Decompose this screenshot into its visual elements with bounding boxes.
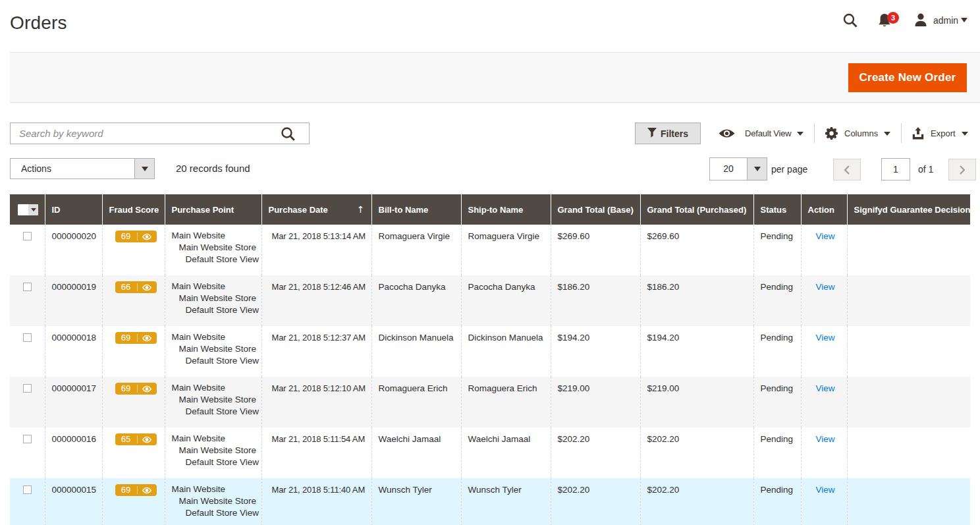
fraud-score-eye-icon[interactable] [138, 436, 157, 443]
chevron-left-icon [844, 165, 850, 175]
filters-button-label: Filters [661, 128, 688, 139]
fraud-score-eye-icon[interactable] [138, 335, 157, 342]
purchase-point-store-view: Default Store View [172, 304, 258, 316]
fraud-score-cell: 69 [102, 478, 165, 525]
user-menu-caret-icon[interactable] [961, 18, 967, 22]
records-found-text: 20 records found [176, 158, 250, 179]
view-switcher-control[interactable]: Default View [719, 123, 803, 144]
chevron-right-icon [960, 165, 966, 175]
global-search-icon[interactable] [842, 13, 858, 28]
notifications-count-badge[interactable]: 3 [887, 12, 899, 24]
fraud-score-badge[interactable]: 69 [115, 383, 157, 395]
signifyd-decision-cell [847, 478, 970, 525]
actions-select[interactable]: Actions [10, 158, 155, 179]
purchase-date-cell: Mar 21, 2018 5:12:46 AM [261, 275, 371, 326]
ship-to-name-cell: Waelchi Jamaal [461, 428, 551, 478]
column-header-grand-total-purchased-[interactable]: Grand Total (Purchased) [640, 194, 753, 225]
fraud-score-eye-icon[interactable] [138, 284, 157, 291]
column-header-purchase-point[interactable]: Purchase Point [165, 194, 261, 225]
signifyd-decision-cell [847, 326, 970, 377]
column-header-label: Purchase Point [172, 205, 234, 215]
fraud-score-badge[interactable]: 66 [115, 281, 157, 293]
keyword-search-submit-icon[interactable] [279, 126, 296, 142]
column-header-bill-to-name[interactable]: Bill-to Name [371, 194, 461, 225]
next-page-button[interactable] [948, 159, 976, 180]
select-all-checkbox[interactable] [18, 204, 28, 215]
row-checkbox[interactable] [23, 333, 32, 342]
create-new-order-button[interactable]: Create New Order [848, 63, 967, 92]
page-actions-bar: Create New Order [10, 52, 980, 103]
user-avatar-icon[interactable] [913, 13, 928, 27]
purchase-point-store: Main Website Store [172, 495, 258, 507]
caret-down-icon [142, 167, 148, 171]
column-header-label: Fraud Score [109, 205, 159, 215]
order-row[interactable]: 000000018 69 Main Website Main Website S… [10, 326, 970, 377]
ship-to-name-cell: Dickinson Manuela [461, 326, 551, 377]
select-all-dropdown[interactable] [18, 204, 38, 215]
status-cell: Pending [753, 478, 801, 525]
fraud-score-badge[interactable]: 69 [115, 231, 157, 242]
columns-control-label: Columns [844, 128, 878, 138]
fraud-score-badge[interactable]: 69 [115, 332, 157, 344]
column-header-purchase-date[interactable]: Purchase Date↑ [261, 194, 371, 225]
filters-button[interactable]: Filters [635, 123, 701, 144]
page-size-caret-box [747, 158, 767, 180]
page-size-select[interactable]: 20 [709, 157, 767, 180]
view-order-link[interactable]: View [815, 231, 834, 241]
column-header-ship-to-name[interactable]: Ship-to Name [461, 194, 551, 225]
column-header-signifyd-guarantee-decision[interactable]: Signifyd Guarantee Decision [847, 194, 970, 225]
view-order-link[interactable]: View [815, 383, 834, 393]
export-control-caret-icon [962, 132, 968, 136]
column-header-grand-total-base-[interactable]: Grand Total (Base) [551, 194, 640, 225]
view-order-link[interactable]: View [815, 333, 834, 343]
row-checkbox[interactable] [23, 485, 32, 494]
filter-funnel-icon [647, 128, 657, 138]
export-icon [912, 127, 924, 140]
order-row[interactable]: 000000016 65 Main Website Main Website S… [10, 428, 970, 478]
purchase-point-cell: Main Website Main Website Store Default … [165, 225, 261, 275]
order-row[interactable]: 000000019 66 Main Website Main Website S… [10, 275, 970, 326]
purchase-date-cell: Mar 21, 2018 5:11:54 AM [261, 428, 371, 478]
order-row[interactable]: 000000020 69 Main Website Main Website S… [10, 225, 970, 275]
view-order-link[interactable]: View [815, 282, 834, 292]
view-order-link[interactable]: View [815, 485, 834, 495]
purchase-point-cell: Main Website Main Website Store Default … [165, 478, 261, 525]
fraud-score-badge[interactable]: 69 [115, 484, 157, 496]
row-checkbox[interactable] [23, 283, 32, 291]
fraud-score-eye-icon[interactable] [138, 385, 157, 393]
actions-select-label: Actions [11, 159, 134, 179]
previous-page-button[interactable] [833, 159, 861, 180]
page-size-value: 20 [710, 158, 747, 180]
order-row[interactable]: 000000017 69 Main Website Main Website S… [10, 377, 970, 428]
fraud-score-eye-icon[interactable] [138, 487, 157, 494]
toolbar-divider [901, 123, 902, 143]
keyword-search-input[interactable] [11, 123, 309, 144]
fraud-score-cell: 65 [102, 428, 165, 478]
fraud-score-badge[interactable]: 65 [115, 433, 157, 445]
select-all-caret-box[interactable] [28, 204, 38, 215]
purchase-point-store-view: Default Store View [172, 254, 258, 265]
signifyd-decision-cell [847, 225, 970, 275]
column-header-status[interactable]: Status [753, 194, 801, 225]
status-cell: Pending [753, 428, 801, 478]
row-checkbox[interactable] [23, 384, 32, 393]
order-row[interactable]: 000000015 69 Main Website Main Website S… [10, 478, 970, 525]
user-menu-label[interactable]: admin [933, 15, 958, 26]
bill-to-name-cell: Pacocha Danyka [371, 275, 461, 326]
view-order-link[interactable]: View [815, 434, 834, 444]
column-header-action[interactable]: Action [801, 194, 847, 225]
column-header-label: Grand Total (Base) [558, 205, 634, 215]
row-checkbox[interactable] [23, 435, 32, 443]
current-page-input[interactable] [881, 158, 910, 180]
export-control[interactable]: Export [912, 123, 968, 144]
fraud-score-eye-icon[interactable] [138, 233, 157, 240]
column-header-fraud-score[interactable]: Fraud Score [102, 194, 165, 225]
order-id-cell: 000000016 [45, 428, 102, 478]
grand-total-base-cell: $186.20 [551, 275, 640, 326]
columns-control[interactable]: Columns [825, 123, 890, 144]
orders-admin-page: Orders 3 admin Create New Order Filters … [0, 0, 980, 525]
purchase-date-cell: Mar 21, 2018 5:12:37 AM [261, 326, 371, 377]
gear-icon [825, 126, 838, 140]
row-checkbox[interactable] [23, 232, 32, 240]
column-header-id[interactable]: ID [45, 194, 102, 225]
